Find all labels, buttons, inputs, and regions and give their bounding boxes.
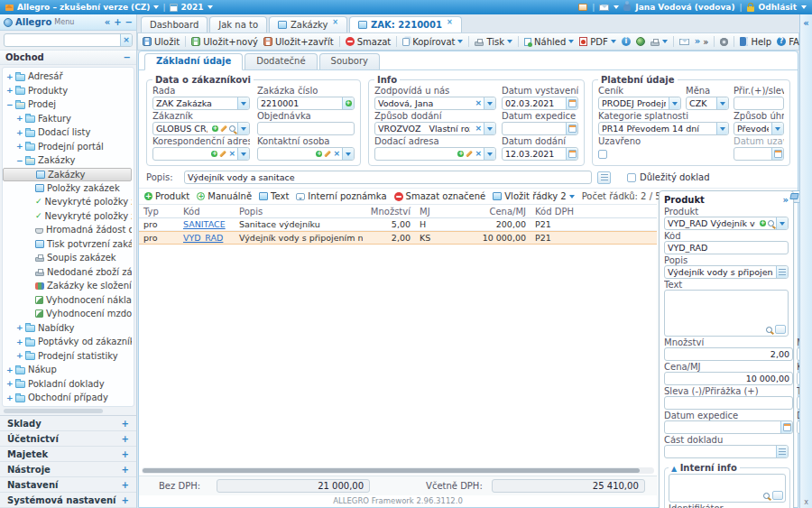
toolbar-button-smazat-oznacene[interactable]: Smazat označené [394, 191, 486, 201]
cell-kod[interactable]: SANITACE [179, 219, 235, 229]
tab-zakazky[interactable]: Zakázky× [269, 16, 347, 32]
dulezity-doklad-checkbox[interactable] [627, 173, 636, 182]
column-header-cena-mj[interactable]: Cena/MJ [448, 207, 531, 217]
splatnost-input[interactable] [599, 124, 716, 134]
sidebar-section-obchod[interactable]: Obchod − [0, 51, 136, 65]
clear-icon[interactable] [228, 150, 235, 158]
cenik-dropdown-button[interactable] [669, 97, 680, 109]
tree-expander[interactable]: + [16, 323, 23, 332]
sidebar-item-dodaci-listy[interactable]: +Dodací listy [3, 125, 132, 140]
interni-expand-button[interactable] [772, 491, 783, 500]
tree-expander[interactable]: + [16, 351, 23, 360]
edit-icon[interactable] [220, 151, 227, 158]
uzavreni-calendar-button[interactable] [771, 148, 783, 160]
sidebar-add-button[interactable]: + [114, 17, 121, 27]
sidebar-item-faktury[interactable]: +Faktury [3, 112, 132, 126]
toolbar-button-ulozit[interactable]: Uložit [143, 37, 180, 47]
toolbar-button-vlozit-radky-2[interactable]: Vložit řádky 2 [493, 191, 574, 201]
panel-cast-expand-button[interactable] [776, 446, 788, 457]
rada-dropdown-button[interactable] [237, 97, 249, 109]
uzavreno-checkbox[interactable] [598, 150, 607, 159]
panel-datum-exp-input[interactable] [665, 422, 780, 432]
sidebar-item-vyhodnoceni-mzdovych-a-rezijnich[interactable]: Vyhodnocení mzdových a režijních [3, 307, 132, 321]
window-icon[interactable] [578, 4, 587, 11]
year-label[interactable]: 2021 [181, 3, 204, 12]
cislo-input[interactable] [258, 98, 342, 108]
expand-plus-icon[interactable]: + [122, 419, 129, 429]
panel-popis-input[interactable] [665, 267, 776, 277]
toolbar-button-pdf[interactable]: PDF [579, 37, 615, 47]
column-header-popis[interactable]: Popis [235, 207, 363, 217]
panel-product-input[interactable] [665, 218, 758, 228]
zodpovida-input[interactable] [375, 98, 473, 108]
panel-kod-input[interactable] [665, 243, 788, 253]
expand-plus-icon[interactable]: + [122, 495, 129, 505]
expand-plus-icon[interactable]: + [122, 480, 129, 490]
sidebar-item-prodejni-portal[interactable]: +Prodejní portál [3, 140, 132, 154]
expedice-calendar-button[interactable] [566, 123, 577, 134]
mena-dropdown-button[interactable] [716, 97, 728, 109]
tree-expander[interactable]: + [6, 86, 13, 95]
tab-jak-na-to[interactable]: Jak na to [209, 16, 267, 32]
koresp-input[interactable] [153, 149, 209, 159]
clear-icon[interactable] [475, 125, 482, 133]
grid-hscrollbar[interactable] [142, 467, 654, 474]
zpusob-dropdown-button[interactable] [484, 123, 495, 134]
search-icon[interactable] [229, 125, 235, 132]
panel-cena-input[interactable] [665, 374, 792, 383]
dodaci-dropdown-button[interactable] [484, 148, 495, 160]
sidebar-item-nedodane-zbozi-zakaznikovi[interactable]: Nedodané zboží zákazníkovi [3, 265, 132, 280]
column-header-mnozstvi[interactable]: Množství [363, 207, 415, 217]
prirazka-input[interactable] [734, 98, 783, 108]
expand-plus-icon[interactable]: + [122, 434, 129, 444]
sidebar-item-nakup[interactable]: +Nákup [3, 363, 132, 377]
edit-icon[interactable] [325, 151, 332, 158]
expand-plus-icon[interactable]: + [122, 449, 129, 459]
toolbar-button-mail[interactable] [679, 39, 689, 45]
dodani-input[interactable] [503, 149, 566, 159]
sidebar-item-zakazky[interactable]: Zakázky [3, 168, 132, 181]
panel-product-dropdown-button[interactable] [776, 217, 788, 229]
tab-close-icon[interactable]: × [332, 18, 338, 26]
toolbar-button-printer[interactable] [651, 37, 668, 46]
form-tab-soubory[interactable]: Soubory [319, 53, 380, 69]
section-collapse-icon[interactable]: − [124, 52, 131, 62]
tab-dashboard[interactable]: Dashboard [141, 16, 208, 32]
uhrada-dropdown-button[interactable] [771, 123, 783, 134]
tab-zak-2210001[interactable]: ZAK: 2210001× [349, 16, 462, 32]
tab-close-icon[interactable]: × [447, 18, 453, 26]
table-row[interactable]: proVYD_RADVýdejník vody s připojením na … [139, 231, 657, 245]
sidebar-item-adresar[interactable]: +Adresář [3, 69, 132, 84]
collapse-up-icon[interactable]: ▲ [671, 465, 677, 473]
vystaveni-input[interactable] [503, 98, 566, 108]
toolbar-button-manualne[interactable]: Manuálně [197, 191, 252, 201]
sidebar-item-produkty[interactable]: +Produkty [3, 84, 132, 98]
tree-expander[interactable]: + [16, 142, 23, 151]
text-expand-button[interactable] [775, 325, 786, 334]
toolbar-button-gear[interactable] [720, 38, 728, 46]
sidebar-item-zakazky-ke-slozeni[interactable]: Zakázky ke složení [3, 279, 132, 293]
right-collapsed-panel[interactable]: « x [799, 14, 812, 508]
tree-expander[interactable]: + [6, 365, 13, 374]
panel-collapse-button[interactable]: » [783, 195, 789, 205]
rada-input[interactable] [153, 98, 237, 108]
form-tab-dodatecne[interactable]: Dodatečné [245, 53, 317, 69]
sidebar-item-obchodni-pripady[interactable]: +Obchodní případy [3, 391, 132, 405]
clear-icon[interactable] [333, 150, 340, 158]
toolbar-button-ulozit-novy[interactable]: Uložit+nový [191, 37, 258, 47]
add-icon[interactable] [212, 125, 218, 132]
uhrada-input[interactable] [734, 124, 771, 134]
add-icon[interactable] [760, 220, 766, 226]
toolbar-button-ulozit-zavrit[interactable]: Uložit+zavřít [263, 37, 334, 47]
zakaznik-input[interactable] [153, 124, 210, 134]
sidebar-item-polozky-zakazek[interactable]: Položky zakázek [3, 181, 132, 196]
toolbar-button-[interactable]: »» [695, 37, 709, 47]
mena-input[interactable] [687, 98, 716, 108]
sidebar-item-prodejni-statistiky[interactable]: +Prodejní statistiky [3, 349, 132, 364]
sidebar-minimize-button[interactable]: − [125, 17, 133, 27]
sidebar-item-hromadna-zadost-o-nakup[interactable]: Hromadná žádost o nákup [3, 223, 132, 237]
logout-button[interactable]: Odhlásit [759, 3, 797, 12]
toolbar-button-nahled[interactable]: Náhled [524, 37, 574, 47]
column-header-mj[interactable]: MJ [415, 207, 448, 217]
expedice-input[interactable] [503, 124, 566, 134]
